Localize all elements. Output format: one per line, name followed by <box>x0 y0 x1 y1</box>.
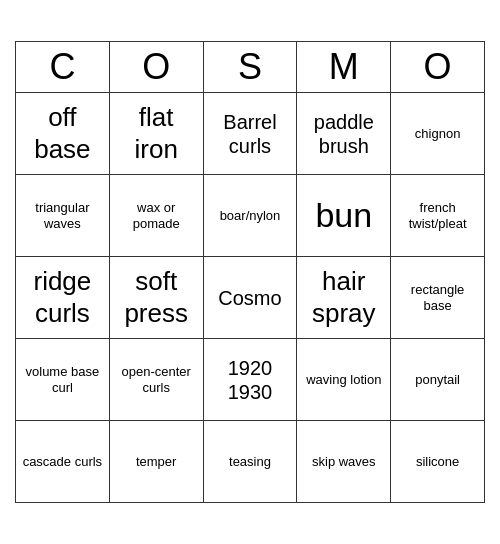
header-col-3: M <box>297 42 391 93</box>
header-col-2: S <box>203 42 297 93</box>
cell-3-2: 1920 1930 <box>203 339 297 421</box>
cell-0-2: Barrel curls <box>203 93 297 175</box>
row-3: volume base curlopen-center curls1920 19… <box>16 339 485 421</box>
cell-0-3: paddle brush <box>297 93 391 175</box>
cell-1-0: triangular waves <box>16 175 110 257</box>
header-row: COSMO <box>16 42 485 93</box>
cell-3-3: waving lotion <box>297 339 391 421</box>
cell-4-1: temper <box>109 421 203 503</box>
header-col-1: O <box>109 42 203 93</box>
cell-3-1: open-center curls <box>109 339 203 421</box>
cell-0-1: flat iron <box>109 93 203 175</box>
cell-1-3: bun <box>297 175 391 257</box>
cell-3-4: ponytail <box>391 339 485 421</box>
row-1: triangular waveswax or pomadeboar/nylonb… <box>16 175 485 257</box>
header-col-0: C <box>16 42 110 93</box>
header-col-4: O <box>391 42 485 93</box>
cell-4-4: silicone <box>391 421 485 503</box>
cell-4-2: teasing <box>203 421 297 503</box>
cell-3-0: volume base curl <box>16 339 110 421</box>
cell-4-0: cascade curls <box>16 421 110 503</box>
cell-1-2: boar/nylon <box>203 175 297 257</box>
cell-2-3: hair spray <box>297 257 391 339</box>
cell-4-3: skip waves <box>297 421 391 503</box>
bingo-body: off baseflat ironBarrel curlspaddle brus… <box>16 93 485 503</box>
cell-1-1: wax or pomade <box>109 175 203 257</box>
cell-0-4: chignon <box>391 93 485 175</box>
row-2: ridge curlssoft pressCosmohair sprayrect… <box>16 257 485 339</box>
bingo-card: COSMO off baseflat ironBarrel curlspaddl… <box>15 41 485 503</box>
row-4: cascade curlstemperteasingskip wavessili… <box>16 421 485 503</box>
cell-2-2: Cosmo <box>203 257 297 339</box>
cell-2-0: ridge curls <box>16 257 110 339</box>
cell-0-0: off base <box>16 93 110 175</box>
cell-1-4: french twist/pleat <box>391 175 485 257</box>
cell-2-4: rectangle base <box>391 257 485 339</box>
row-0: off baseflat ironBarrel curlspaddle brus… <box>16 93 485 175</box>
cell-2-1: soft press <box>109 257 203 339</box>
